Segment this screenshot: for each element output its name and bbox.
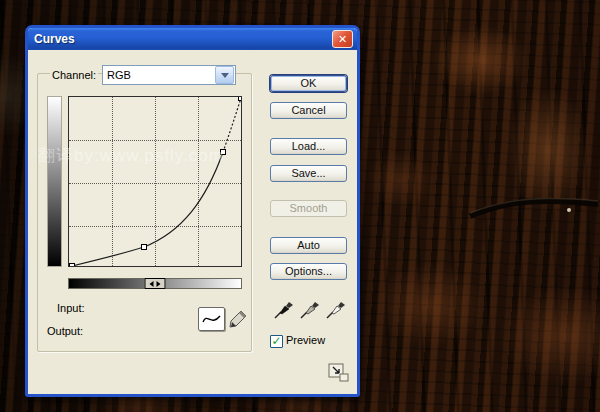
white-eyedropper-button[interactable] <box>324 300 346 321</box>
curve-point-handle[interactable] <box>142 245 147 250</box>
channel-selected-value: RGB <box>103 69 214 81</box>
input-label: Input: <box>55 302 87 314</box>
dialog-title: Curves <box>28 32 75 46</box>
close-icon: ✕ <box>338 33 347 45</box>
curve-solid-segment <box>72 152 223 266</box>
desktop-background: { "window": { "title": "Curves" }, "chan… <box>0 0 600 412</box>
cancel-button[interactable]: Cancel <box>270 102 347 119</box>
ok-button[interactable]: OK <box>270 75 347 92</box>
channel-label: Channel: <box>50 69 98 81</box>
twig-silhouette <box>468 190 600 224</box>
curve-point-handle[interactable] <box>221 150 226 155</box>
gradient-arrows-icon[interactable] <box>145 278 166 289</box>
close-button[interactable]: ✕ <box>332 30 353 48</box>
chevron-down-icon[interactable] <box>215 66 234 84</box>
load-button[interactable]: Load... <box>270 138 347 155</box>
curves-dialog: Curves ✕ Channel: RGB 翻译by:www.psfly.com <box>25 25 360 397</box>
black-eyedropper-button[interactable] <box>272 300 294 321</box>
curve-point-handle[interactable] <box>239 97 242 101</box>
save-button[interactable]: Save... <box>270 165 347 182</box>
curve-tool-icon <box>200 310 223 328</box>
title-bar[interactable]: Curves <box>28 28 357 50</box>
output-gradient-bar <box>47 96 62 267</box>
pencil-tool-button[interactable] <box>227 309 249 330</box>
gray-eyedropper-button[interactable] <box>298 300 320 321</box>
curve-point-handle[interactable] <box>70 264 75 267</box>
preview-checkbox[interactable]: ✓ <box>270 335 283 348</box>
input-gradient-bar <box>68 278 242 289</box>
curve-tool-button[interactable] <box>198 307 225 331</box>
curve-grid[interactable] <box>68 96 242 267</box>
preview-label[interactable]: Preview <box>286 334 325 346</box>
auto-button[interactable]: Auto <box>270 237 347 254</box>
checkmark-icon: ✓ <box>271 334 281 348</box>
resize-grip-icon[interactable] <box>328 363 350 382</box>
smooth-button: Smooth <box>270 200 347 217</box>
options-button[interactable]: Options... <box>270 263 347 280</box>
channel-select[interactable]: RGB <box>102 65 236 85</box>
curve-dashed-segment <box>223 98 241 152</box>
output-label: Output: <box>45 325 85 337</box>
tone-curve <box>69 97 241 266</box>
